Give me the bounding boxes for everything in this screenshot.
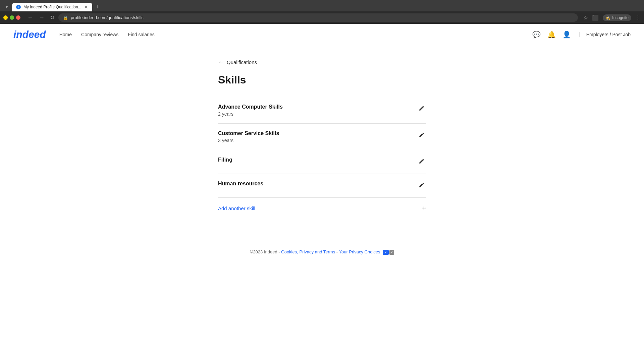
pencil-svg-icon xyxy=(419,182,425,188)
skill-info: Advance Computer Skills 2 years xyxy=(218,104,283,117)
add-skill-row: Add another skill + xyxy=(218,198,426,219)
tab-bar: ▼ i My Indeed Profile Qualification... ✕… xyxy=(0,0,644,11)
add-another-skill-link[interactable]: Add another skill xyxy=(218,205,255,211)
window-controls xyxy=(3,15,20,20)
edit-skill-2-button[interactable] xyxy=(417,157,426,167)
employers-post-job-link[interactable]: Employers / Post Job xyxy=(579,32,631,37)
tab-close-button[interactable]: ✕ xyxy=(84,5,88,9)
back-arrow-icon: ← xyxy=(218,59,224,66)
skill-name: Customer Service Skills xyxy=(218,130,279,136)
address-bar[interactable]: 🔒 profile.indeed.com/qualifications/skil… xyxy=(58,13,578,22)
active-tab[interactable]: i My Indeed Profile Qualification... ✕ xyxy=(12,3,92,11)
add-icon[interactable]: + xyxy=(422,204,426,212)
close-button[interactable] xyxy=(16,15,20,20)
new-tab-button[interactable]: + xyxy=(94,3,101,11)
nav-home[interactable]: Home xyxy=(59,32,72,37)
messages-icon[interactable]: 💬 xyxy=(532,31,541,39)
edit-skill-1-button[interactable] xyxy=(417,130,426,140)
pencil-svg-icon xyxy=(419,105,425,111)
privacy-check-icon: ✓ xyxy=(383,250,389,255)
page-header: indeed Home Company reviews Find salarie… xyxy=(0,24,644,45)
skill-name: Human resources xyxy=(218,181,263,187)
back-to-qualifications-link[interactable]: ← Qualifications xyxy=(218,59,426,66)
bookmark-icon[interactable]: ☆ xyxy=(583,14,588,21)
notifications-icon[interactable]: 🔔 xyxy=(547,31,556,39)
skill-item: Human resources xyxy=(218,174,426,198)
skill-name: Advance Computer Skills xyxy=(218,104,283,110)
main-content: ← Qualifications Skills Advance Computer… xyxy=(211,45,433,239)
header-right: 💬 🔔 👤 Employers / Post Job xyxy=(532,31,631,39)
back-button[interactable]: ← xyxy=(26,13,35,22)
footer-copyright: ©2023 Indeed xyxy=(250,249,277,254)
privacy-x-icon: ✕ xyxy=(389,250,394,255)
skill-duration: 3 years xyxy=(218,138,279,143)
url-text: profile.indeed.com/qualifications/skills xyxy=(71,15,144,20)
browser-controls: ← → ↻ 🔒 profile.indeed.com/qualification… xyxy=(0,11,644,24)
incognito-badge: 🕵 Incognito xyxy=(603,14,631,21)
pencil-svg-icon xyxy=(419,132,425,138)
skill-info: Customer Service Skills 3 years xyxy=(218,130,279,143)
header-left: indeed Home Company reviews Find salarie… xyxy=(13,29,155,40)
minimize-button[interactable] xyxy=(3,15,8,20)
skill-item: Filing xyxy=(218,150,426,174)
toolbar-right: ☆ ⬛ 🕵 Incognito ⋮ xyxy=(583,14,641,21)
edit-skill-0-button[interactable] xyxy=(417,104,426,114)
skill-duration: 2 years xyxy=(218,111,283,117)
privacy-choices-badge: ✓ ✕ xyxy=(383,250,394,255)
maximize-button[interactable] xyxy=(10,15,14,20)
lock-icon: 🔒 xyxy=(63,15,68,20)
reload-button[interactable]: ↻ xyxy=(49,14,56,21)
forward-button[interactable]: → xyxy=(37,13,46,22)
nav-company-reviews[interactable]: Company reviews xyxy=(81,32,118,37)
skill-item: Customer Service Skills 3 years xyxy=(218,124,426,150)
tab-title: My Indeed Profile Qualification... xyxy=(23,5,82,9)
edit-skill-3-button[interactable] xyxy=(417,181,426,191)
incognito-label: Incognito xyxy=(612,15,629,20)
browser-chrome: ▼ i My Indeed Profile Qualification... ✕… xyxy=(0,0,644,24)
main-nav: Home Company reviews Find salaries xyxy=(59,32,155,37)
footer-cookies-link[interactable]: Cookies, Privacy and Terms xyxy=(281,249,335,254)
back-label: Qualifications xyxy=(227,59,257,65)
skill-name: Filing xyxy=(218,157,232,163)
incognito-icon: 🕵 xyxy=(605,15,610,20)
menu-icon[interactable]: ⋮ xyxy=(635,14,641,21)
page-footer: ©2023 Indeed - Cookies, Privacy and Term… xyxy=(0,239,644,265)
skill-item: Advance Computer Skills 2 years xyxy=(218,97,426,124)
tab-favicon: i xyxy=(16,5,21,9)
user-icon[interactable]: 👤 xyxy=(562,31,571,39)
page-title: Skills xyxy=(218,74,426,86)
logo-text: indeed xyxy=(13,29,46,40)
skill-info: Filing xyxy=(218,157,232,164)
footer-privacy-link[interactable]: Your Privacy Choices xyxy=(339,249,380,254)
extension-icon[interactable]: ⬛ xyxy=(592,14,599,21)
skill-info: Human resources xyxy=(218,181,263,188)
tab-dropdown[interactable]: ▼ xyxy=(3,4,11,10)
pencil-svg-icon xyxy=(419,158,425,164)
nav-find-salaries[interactable]: Find salaries xyxy=(128,32,154,37)
indeed-logo[interactable]: indeed xyxy=(13,29,46,40)
